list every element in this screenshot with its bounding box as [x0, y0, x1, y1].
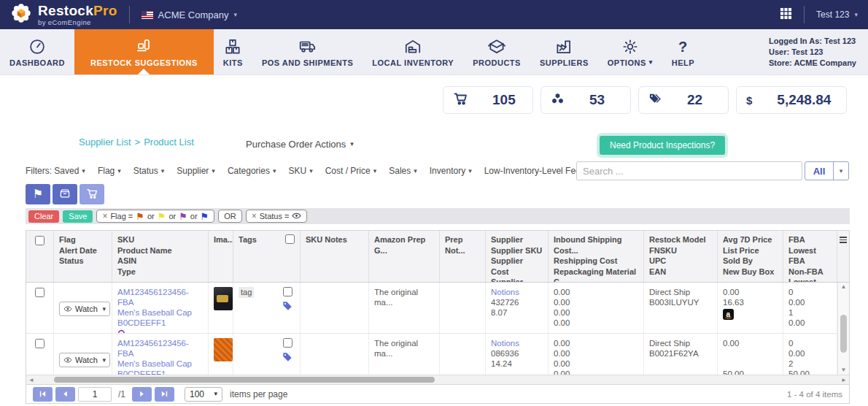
nav-item-pos-and-shipments[interactable]: POS AND SHIPMENTS	[252, 29, 363, 74]
product-image[interactable]	[214, 338, 233, 361]
remove-filter-icon[interactable]: ×	[252, 211, 257, 221]
supplier-link[interactable]: Notions	[491, 338, 543, 348]
breadcrumb-product-list[interactable]: Product List	[144, 137, 194, 148]
horizontal-scrollbar[interactable]: ◄ ►	[26, 375, 849, 384]
chevron-down-icon	[161, 168, 165, 175]
purchase-order-actions-dropdown[interactable]: Purchase Order Actions	[246, 139, 354, 150]
company-selector[interactable]: ACME Company	[142, 9, 237, 20]
supplier-link[interactable]: Notions	[491, 287, 543, 297]
tags-header-checkbox[interactable]	[285, 234, 295, 244]
header-prep-notes[interactable]: Prep Not...	[440, 231, 486, 282]
box-icon	[59, 188, 71, 202]
sku-link[interactable]: AM123456123456-FBA Men's Baseball Cap B0…	[117, 338, 203, 375]
scroll-up-arrow-icon[interactable]: ▲	[838, 283, 849, 291]
tags-icon	[648, 92, 662, 109]
row-checkbox[interactable]	[35, 288, 44, 297]
header-restock-model[interactable]: Restock Model FNSKU UPC EAN	[644, 231, 718, 282]
search-input[interactable]	[576, 161, 802, 180]
tag-checkbox[interactable]	[283, 287, 292, 296]
header-image[interactable]: Ima...	[209, 231, 233, 282]
need-product-inspections-button[interactable]: Need Product Inspections?	[600, 136, 725, 155]
header-tags[interactable]: Tags	[233, 231, 301, 282]
nav-item-local-inventory[interactable]: LOCAL INVENTORY	[363, 29, 463, 74]
fba-cell: 0 0.00 2 50.00	[783, 334, 837, 375]
tag-checkbox[interactable]	[283, 338, 292, 348]
filter-supplier[interactable]: Supplier	[177, 166, 215, 176]
watch-status-select[interactable]: Watch	[59, 302, 110, 316]
vertical-scrollbar-thumb[interactable]	[840, 315, 847, 353]
chevron-down-icon	[468, 168, 472, 175]
first-page-button[interactable]	[33, 387, 53, 402]
restock-dolly-icon	[134, 37, 153, 56]
restock-suggestions-grid: Flag Alert Date Status SKU Product Name …	[26, 230, 850, 404]
row-select-cell	[26, 283, 54, 333]
user-menu[interactable]: Test 123	[816, 9, 858, 20]
clear-filters-button[interactable]: Clear	[28, 210, 59, 223]
cart-view-button[interactable]	[80, 184, 104, 204]
nav-item-suppliers[interactable]: SUPPLIERS	[530, 29, 598, 74]
chevron-down-icon	[214, 391, 217, 397]
header-amazon-prep[interactable]: Amazon Prep G...	[369, 231, 440, 282]
header-fba[interactable]: FBA Lowest FBA Non-FBA Lowest non-FB...	[783, 231, 837, 282]
watch-status-select[interactable]: Watch	[59, 353, 110, 367]
header-supplier[interactable]: Supplier Supplier SKU Supplier Cost Supp…	[486, 231, 549, 282]
purple-flag-icon	[179, 212, 187, 221]
search-scope-all-button[interactable]: All	[805, 162, 833, 180]
row-checkbox[interactable]	[35, 339, 44, 348]
box-view-button[interactable]	[53, 184, 77, 204]
header-sku[interactable]: SKU Product Name ASIN Type	[112, 231, 209, 282]
filter-inventory[interactable]: Inventory	[430, 166, 472, 176]
remove-filter-icon[interactable]: ×	[102, 211, 107, 221]
last-page-button[interactable]	[155, 387, 174, 402]
filter-saved[interactable]: Filters: Saved	[26, 166, 85, 176]
next-page-button[interactable]	[132, 387, 152, 402]
header-prices[interactable]: Avg 7D Price List Price Sold By New Buy …	[718, 231, 783, 282]
header-inbound-costs[interactable]: Inbound Shipping Cost... Reshipping Cost…	[549, 231, 644, 282]
flag-icon	[33, 188, 43, 200]
tags-cell	[233, 334, 301, 375]
save-filters-button[interactable]: Save	[63, 210, 93, 223]
nav-item-help[interactable]: ? HELP	[662, 29, 704, 74]
tag-label[interactable]: tag	[239, 287, 254, 298]
flag-view-button[interactable]	[26, 184, 50, 204]
items-per-page-label: items per page	[230, 389, 287, 399]
tag-icon[interactable]	[282, 352, 292, 364]
select-all-checkbox[interactable]	[35, 236, 44, 245]
nav-item-products[interactable]: PRODUCTS	[463, 29, 530, 74]
column-menu-icon[interactable]	[837, 231, 849, 282]
search-scope-caret-button[interactable]	[833, 162, 848, 180]
chevron-down-icon	[309, 168, 313, 175]
filter-low-inventory-level-fee[interactable]: Low-Inventory-Level Fee	[484, 166, 587, 176]
nav-item-restock-suggestions[interactable]: RESTOCK SUGGESTIONS	[74, 29, 214, 74]
filter-sales[interactable]: Sales	[389, 166, 417, 176]
breadcrumb-supplier-list[interactable]: Supplier List	[79, 137, 131, 148]
magnifier-icon[interactable]	[117, 329, 127, 333]
prev-page-button[interactable]	[55, 387, 75, 402]
stat-card-total-value: $ 5,248.84	[736, 86, 847, 114]
scroll-left-arrow-icon[interactable]: ◄	[28, 376, 34, 384]
nav-item-options[interactable]: OPTIONS	[598, 29, 662, 74]
sku-link[interactable]: AM123456123456-FBA Men's Baseball Cap B0…	[117, 287, 203, 328]
vertical-scrollbar[interactable]: ▲ ▼	[837, 283, 849, 375]
tag-icon[interactable]	[282, 301, 292, 313]
filter-flag[interactable]: Flag	[98, 166, 121, 176]
chevron-down-icon	[117, 168, 121, 175]
product-image[interactable]	[214, 287, 233, 310]
nav-item-kits[interactable]: KITS	[214, 29, 252, 74]
app-logo[interactable]: RestockPro by eComEngine	[10, 2, 117, 27]
inbound-costs-cell: 0.00 0.00 0.00 0.00	[549, 334, 644, 375]
header-flag[interactable]: Flag Alert Date Status	[54, 231, 112, 282]
header-sku-notes[interactable]: SKU Notes	[301, 231, 369, 282]
scroll-down-arrow-icon[interactable]: ▼	[838, 367, 849, 374]
filter-status[interactable]: Status	[133, 166, 165, 176]
filter-cost-price[interactable]: Cost / Price	[325, 166, 377, 176]
scroll-right-arrow-icon[interactable]: ►	[841, 376, 847, 384]
breadcrumb-separator: >	[135, 137, 141, 148]
apps-grid-icon[interactable]	[780, 7, 792, 23]
horizontal-scrollbar-thumb[interactable]	[54, 377, 435, 383]
nav-item-dashboard[interactable]: DASHBOARD	[0, 29, 74, 74]
page-number-input[interactable]	[78, 387, 112, 402]
filter-sku[interactable]: SKU	[288, 166, 312, 176]
filter-categories[interactable]: Categories	[228, 166, 276, 176]
page-size-select[interactable]: 100	[185, 387, 222, 402]
